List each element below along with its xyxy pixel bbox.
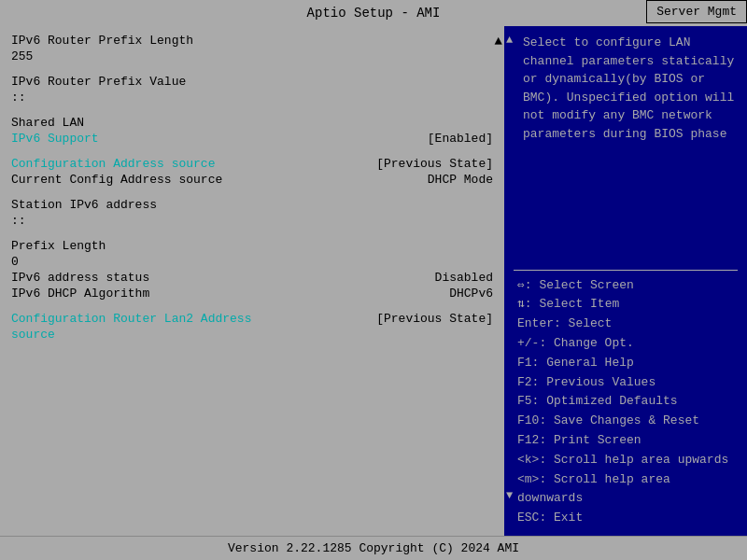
key-select-item: ⇅: Select Item — [517, 295, 738, 315]
ipv6-support-value: [Enabled] — [428, 132, 493, 146]
shared-lan-label: Shared LAN — [11, 116, 84, 130]
app-title: Aptio Setup - AMI — [307, 6, 441, 21]
right-scroll-up-indicator: ▲ — [506, 34, 513, 47]
ipv6-router-prefix-length-value-row: 255 — [11, 49, 493, 63]
key-scroll-down: <m>: Scroll help area downwards — [517, 470, 738, 510]
current-config-address-value: DHCP Mode — [428, 173, 493, 187]
ipv6-support-row[interactable]: IPv6 Support [Enabled] — [11, 132, 493, 146]
footer-text: Version 2.22.1285 Copyright (C) 2024 AMI — [228, 541, 519, 555]
gap1 — [11, 65, 493, 75]
gap5 — [11, 230, 493, 239]
ipv6-router-prefix-length-value: 255 — [11, 49, 33, 63]
key-f12: F12: Print Screen — [517, 431, 738, 451]
ipv6-router-prefix-value-row: :: — [11, 91, 493, 105]
help-line-3: or dynamically(by BIOS or — [523, 70, 738, 89]
help-line-6: parameters during BIOS phase — [523, 125, 738, 144]
key-f2: F2: Previous Values — [517, 373, 738, 393]
key-f10: F10: Save Changes & Reset — [517, 412, 738, 431]
ipv6-address-status-label: IPv6 address status — [11, 271, 149, 285]
station-ipv6-heading: Station IPv6 address — [11, 198, 493, 212]
help-line-2: channel parameters statically — [523, 52, 738, 71]
key-select-screen: ⇔: Select Screen — [517, 276, 738, 296]
help-line-4: BMC). Unspecified option will — [523, 89, 738, 107]
station-ipv6-value: :: — [11, 214, 26, 228]
right-scroll-down-indicator: ▼ — [506, 489, 513, 502]
app: Aptio Setup - AMI Server Mgmt ▲ IPv6 Rou… — [0, 0, 747, 560]
ipv6-address-status-row: IPv6 address status Disabled — [11, 271, 493, 285]
gap3 — [11, 147, 493, 157]
right-panel: ▲ Select to configure LAN channel parame… — [504, 26, 747, 536]
key-scroll-up: <k>: Scroll help area upwards — [517, 451, 738, 470]
key-enter: Enter: Select — [517, 315, 738, 334]
key-f5: F5: Optimized Defaults — [517, 392, 738, 412]
prefix-length-heading: Prefix Length — [11, 239, 493, 253]
ipv6-router-prefix-value-val: :: — [11, 91, 26, 105]
server-mgmt-tab[interactable]: Server Mgmt — [646, 0, 747, 23]
ipv6-address-status-value: Disabled — [435, 271, 493, 285]
current-config-address-label: Current Config Address source — [11, 173, 222, 187]
help-text-block: Select to configure LAN channel paramete… — [514, 34, 738, 264]
gap6 — [11, 302, 493, 312]
ipv6-router-prefix-length-label: IPv6 Router Prefix Length — [11, 34, 193, 48]
title-bar: Aptio Setup - AMI Server Mgmt — [0, 0, 747, 26]
key-esc: ESC: Exit — [517, 509, 738, 528]
key-f1: F1: General Help — [517, 354, 738, 373]
gap2 — [11, 106, 493, 116]
config-router-lan2-source-row: source — [11, 328, 493, 342]
prefix-length-value: 0 — [11, 255, 19, 269]
config-router-lan2-value: [Previous State] — [376, 312, 493, 326]
ipv6-router-prefix-value-label: IPv6 Router Prefix Value — [11, 75, 186, 89]
ipv6-router-prefix-value-heading: IPv6 Router Prefix Value — [11, 75, 493, 89]
shared-lan-section: Shared LAN — [11, 116, 493, 130]
station-ipv6-value-row: :: — [11, 214, 493, 228]
current-config-address-row: Current Config Address source DHCP Mode — [11, 173, 493, 187]
footer: Version 2.22.1285 Copyright (C) 2024 AMI — [0, 536, 747, 560]
config-address-source-row[interactable]: Configuration Address source [Previous S… — [11, 157, 493, 171]
gap4 — [11, 189, 493, 198]
ipv6-support-label: IPv6 Support — [11, 132, 99, 146]
ipv6-dhcp-algorithm-row: IPv6 DHCP Algorithm DHCPv6 — [11, 287, 493, 301]
config-address-source-label: Configuration Address source — [11, 157, 215, 171]
help-line-5: not modify any BMC network — [523, 106, 738, 125]
config-router-lan2-row[interactable]: Configuration Router Lan2 Address [Previ… — [11, 312, 493, 326]
prefix-length-value-row: 0 — [11, 255, 493, 269]
left-panel: ▲ IPv6 Router Prefix Length 255 IPv6 Rou… — [0, 26, 504, 536]
ipv6-router-prefix-length-heading: IPv6 Router Prefix Length — [11, 34, 493, 48]
key-help-block: ⇔: Select Screen ⇅: Select Item Enter: S… — [514, 276, 738, 528]
ipv6-dhcp-algorithm-label: IPv6 DHCP Algorithm — [11, 287, 149, 301]
config-address-source-value: [Previous State] — [376, 157, 493, 171]
main-content: ▲ IPv6 Router Prefix Length 255 IPv6 Rou… — [0, 26, 747, 536]
config-router-lan2-label: Configuration Router Lan2 Address — [11, 312, 251, 326]
divider — [514, 270, 738, 271]
config-router-lan2-source-label: source — [11, 328, 55, 342]
help-line-1: Select to configure LAN — [523, 34, 738, 52]
station-ipv6-label: Station IPv6 address — [11, 198, 157, 212]
ipv6-dhcp-algorithm-value: DHCPv6 — [449, 287, 493, 301]
scroll-up-indicator: ▲ — [495, 34, 502, 49]
key-change-opt: +/-: Change Opt. — [517, 334, 738, 354]
prefix-length-label: Prefix Length — [11, 239, 106, 253]
